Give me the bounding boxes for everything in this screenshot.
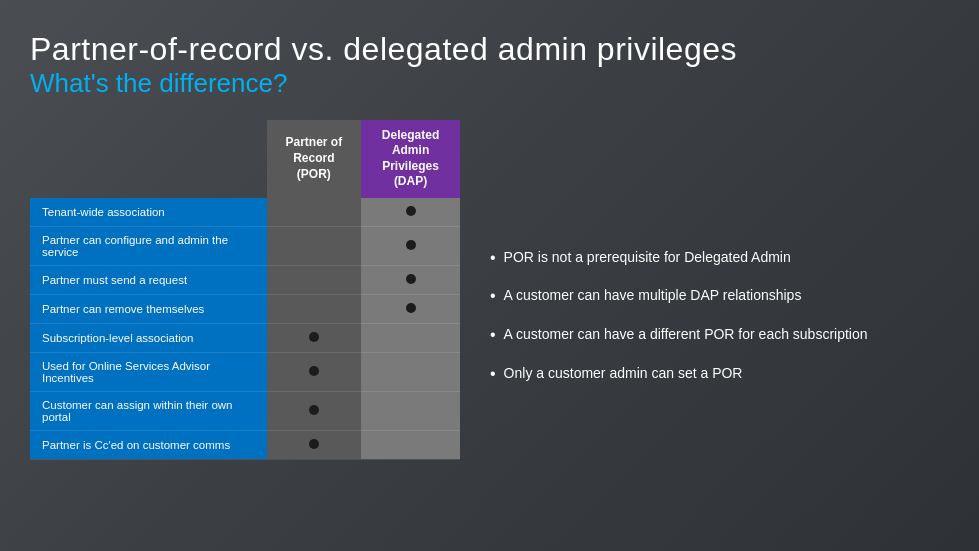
check-dot (309, 366, 319, 376)
por-cell (267, 323, 362, 352)
table-row: Partner can configure and admin the serv… (30, 226, 460, 265)
table-row: Used for Online Services Advisor Incenti… (30, 352, 460, 391)
col-feature (30, 120, 267, 198)
check-dot (406, 240, 416, 250)
table-section: Partner of Record (POR) Delegated Admin … (30, 120, 460, 531)
table-row: Partner must send a request (30, 265, 460, 294)
row-label: Partner is Cc'ed on customer comms (30, 430, 267, 459)
row-label: Tenant-wide association (30, 198, 267, 227)
content-area: Partner of Record (POR) Delegated Admin … (30, 120, 949, 531)
check-dot (406, 303, 416, 313)
bullets-container: •POR is not a prerequisite for Delegated… (490, 248, 949, 403)
row-label: Partner can remove themselves (30, 294, 267, 323)
bullet-text: A customer can have multiple DAP relatio… (504, 286, 949, 306)
dap-cell (361, 352, 460, 391)
table-row: Partner is Cc'ed on customer comms (30, 430, 460, 459)
row-label: Partner can configure and admin the serv… (30, 226, 267, 265)
comparison-table: Partner of Record (POR) Delegated Admin … (30, 120, 460, 460)
bullet-dot-icon: • (490, 286, 496, 307)
subtitle: What's the difference? (30, 68, 949, 99)
col-dap-header: Delegated Admin Privileges (DAP) (361, 120, 460, 198)
bullet-dot-icon: • (490, 248, 496, 269)
bullet-item: •A customer can have a different POR for… (490, 325, 949, 346)
table-row: Tenant-wide association (30, 198, 460, 227)
check-dot (309, 439, 319, 449)
table-body: Tenant-wide associationPartner can confi… (30, 198, 460, 460)
dap-cell (361, 391, 460, 430)
dap-cell (361, 198, 460, 227)
por-cell (267, 294, 362, 323)
bullets-section: •POR is not a prerequisite for Delegated… (480, 120, 949, 531)
dap-cell (361, 226, 460, 265)
por-cell (267, 352, 362, 391)
table-row: Customer can assign within their own por… (30, 391, 460, 430)
table-row: Subscription-level association (30, 323, 460, 352)
main-title: Partner-of-record vs. delegated admin pr… (30, 30, 949, 68)
bullet-dot-icon: • (490, 325, 496, 346)
por-cell (267, 430, 362, 459)
slide: Partner-of-record vs. delegated admin pr… (0, 0, 979, 551)
table-header-row: Partner of Record (POR) Delegated Admin … (30, 120, 460, 198)
por-cell (267, 198, 362, 227)
row-label: Used for Online Services Advisor Incenti… (30, 352, 267, 391)
por-cell (267, 226, 362, 265)
bullet-item: •A customer can have multiple DAP relati… (490, 286, 949, 307)
dap-cell (361, 265, 460, 294)
check-dot (406, 206, 416, 216)
row-label: Partner must send a request (30, 265, 267, 294)
bullet-text: POR is not a prerequisite for Delegated … (504, 248, 949, 268)
check-dot (309, 405, 319, 415)
row-label: Subscription-level association (30, 323, 267, 352)
row-label: Customer can assign within their own por… (30, 391, 267, 430)
col-por-header: Partner of Record (POR) (267, 120, 362, 198)
dap-cell (361, 323, 460, 352)
por-cell (267, 265, 362, 294)
bullet-item: •Only a customer admin can set a POR (490, 364, 949, 385)
por-cell (267, 391, 362, 430)
bullet-text: A customer can have a different POR for … (504, 325, 949, 345)
title-section: Partner-of-record vs. delegated admin pr… (30, 30, 949, 100)
table-row: Partner can remove themselves (30, 294, 460, 323)
dap-cell (361, 294, 460, 323)
bullet-item: •POR is not a prerequisite for Delegated… (490, 248, 949, 269)
check-dot (309, 332, 319, 342)
dap-cell (361, 430, 460, 459)
bullet-dot-icon: • (490, 364, 496, 385)
bullet-text: Only a customer admin can set a POR (504, 364, 949, 384)
check-dot (406, 274, 416, 284)
